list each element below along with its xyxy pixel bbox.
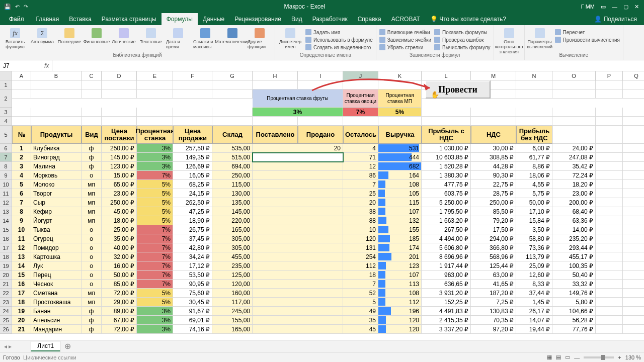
col-header[interactable]: Q [623, 71, 644, 80]
col-header[interactable]: E [137, 71, 173, 80]
autosum-button[interactable]: ΣАвтосумма [30, 28, 54, 44]
close-icon[interactable]: ✕ [634, 4, 639, 10]
add-sheet-button[interactable]: ⊕ [64, 341, 71, 351]
col-header[interactable]: I [298, 71, 343, 80]
text-button[interactable]: Текстовые [139, 28, 163, 44]
recalc-button[interactable]: Пересчет [555, 29, 620, 35]
tab-acrobat[interactable]: ACROBAT [386, 13, 425, 25]
lookup-button[interactable]: Ссылки и массивы [193, 28, 217, 49]
col-header[interactable]: C [82, 71, 102, 80]
tab-home[interactable]: Главная [31, 13, 64, 25]
datetime-button[interactable]: Дата и время [166, 28, 190, 49]
zoom-in-icon[interactable]: + [618, 354, 621, 360]
col-header[interactable]: G [212, 71, 253, 80]
col-header[interactable]: P [596, 71, 623, 80]
tab-data[interactable]: Данные [198, 13, 229, 25]
status-ready: Готово [3, 354, 20, 360]
tab-file[interactable]: Файл [2, 13, 31, 25]
col-header[interactable]: B [31, 71, 82, 80]
tell-me[interactable]: 💡 Что вы хотите сделать? [425, 13, 511, 25]
redo-icon[interactable]: ↷ [24, 4, 28, 10]
ribbon-options-icon[interactable]: ▭ [601, 4, 606, 10]
ribbon: fxВставить функцию ΣАвтосумма Последние … [0, 25, 644, 60]
user-badge[interactable]: Г MM [581, 4, 595, 10]
tab-formulas[interactable]: Формулы [162, 13, 198, 25]
col-header[interactable]: H [253, 71, 298, 80]
status-circular: Циклические ссылки [23, 354, 76, 360]
col-header[interactable]: D [102, 71, 137, 80]
insert-function-button[interactable]: fxВставить функцию [3, 28, 27, 49]
error-check-button[interactable]: Проверка ошибок [434, 37, 491, 43]
view-break-icon[interactable]: ▭ [565, 354, 570, 360]
calc-options-button[interactable]: Параметры вычислений [528, 28, 552, 49]
eval-formula-button[interactable]: Вычислить формулу [434, 44, 491, 50]
sheet-tab[interactable]: Лист1 [31, 341, 60, 351]
name-manager-button[interactable]: Диспетчер имен [278, 28, 302, 49]
financial-button[interactable]: Финансовые [85, 28, 109, 44]
undo-icon[interactable]: ↶ [15, 4, 20, 10]
share-button[interactable]: 👤 Поделиться [594, 16, 642, 23]
col-header[interactable]: A [12, 71, 31, 80]
name-box[interactable]: J7 [0, 60, 41, 71]
tab-developer[interactable]: Разработчик [307, 13, 353, 25]
use-in-formula-button[interactable]: Использовать в формуле [305, 37, 373, 43]
formula-bar: J7 fx [0, 60, 644, 71]
tab-insert[interactable]: Вставка [64, 13, 97, 25]
tab-view[interactable]: Вид [286, 13, 307, 25]
trace-precedents-button[interactable]: Влияющие ячейки [379, 29, 431, 35]
tab-review[interactable]: Рецензирование [229, 13, 286, 25]
sheet-tabs: ◂ ▸ Лист1 ⊕ [0, 340, 644, 352]
fx-icon[interactable]: fx [41, 60, 52, 71]
define-name-button[interactable]: Задать имя [305, 29, 373, 35]
col-header[interactable]: N [516, 71, 552, 80]
zoom-level[interactable]: 130 % [625, 354, 641, 360]
tab-layout[interactable]: Разметка страницы [97, 13, 162, 25]
group-label: Библиотека функций [113, 52, 162, 59]
logical-button[interactable]: Логические [112, 28, 136, 44]
col-header[interactable]: O [552, 71, 596, 80]
remove-arrows-button[interactable]: Убрать стрелки [379, 44, 431, 50]
status-bar: Готово Циклические ссылки ▦ ▤ ▭ — + 130 … [0, 352, 644, 362]
col-header[interactable]: L [422, 71, 471, 80]
view-layout-icon[interactable]: ▤ [556, 354, 561, 360]
col-header[interactable]: K [378, 71, 422, 80]
worksheet[interactable]: ABCDEFGHIJKLMNOPQR12Процентная ставка фр… [0, 71, 644, 340]
watch-window-button[interactable]: Окно контрольного значения [497, 28, 521, 54]
create-from-sel-button[interactable]: Создать из выделенного [305, 44, 373, 50]
calc-sheet-button[interactable]: Произвести вычисления [555, 37, 620, 43]
tab-help[interactable]: Справка [353, 13, 386, 25]
sheet-nav-icon[interactable]: ◂ ▸ [0, 343, 16, 350]
maximize-icon[interactable]: ▢ [623, 4, 628, 10]
view-normal-icon[interactable]: ▦ [547, 354, 552, 360]
col-header[interactable]: M [471, 71, 516, 80]
recent-button[interactable]: Последние [57, 28, 82, 44]
other-fn-button[interactable]: Другие функции [248, 28, 272, 49]
trace-dependents-button[interactable]: Зависимые ячейки [379, 37, 431, 43]
save-icon[interactable]: 💾 [4, 4, 11, 10]
col-header[interactable]: F [173, 71, 212, 80]
ribbon-tabs: Файл Главная Вставка Разметка страницы Ф… [0, 13, 644, 25]
show-formulas-button[interactable]: Показать формулы [434, 29, 491, 35]
col-header[interactable]: J [343, 71, 378, 80]
titlebar: 💾 ↶ ↷ Макрос - Excel Г MM ▭ — ▢ ✕ [0, 0, 644, 13]
math-button[interactable]: Математические [220, 28, 245, 44]
minimize-icon[interactable]: — [612, 4, 617, 10]
zoom-out-icon[interactable]: — [574, 354, 580, 360]
cursor-icon: ✋ [431, 90, 439, 99]
window-title: Макрос - Excel [28, 3, 581, 10]
